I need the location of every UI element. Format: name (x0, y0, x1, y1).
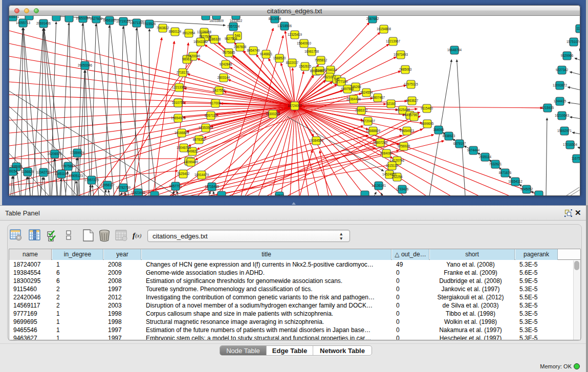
svg-text:8322037: 8322037 (286, 61, 299, 64)
svg-text:8912954: 8912954 (183, 31, 195, 35)
svg-text:9242848: 9242848 (220, 62, 232, 66)
svg-text:17016504: 17016504 (563, 143, 578, 146)
svg-text:18724007: 18724007 (288, 104, 302, 107)
svg-text:549822: 549822 (187, 149, 198, 153)
svg-text:14495796: 14495796 (403, 113, 418, 117)
svg-text:9084067: 9084067 (380, 151, 393, 155)
svg-text:62160: 62160 (386, 102, 396, 105)
svg-text:12213967: 12213967 (386, 39, 401, 43)
svg-text:6699695: 6699695 (421, 122, 434, 125)
svg-text:164095: 164095 (433, 128, 444, 132)
svg-text:2367608: 2367608 (234, 45, 247, 49)
svg-text:2635061: 2635061 (10, 165, 23, 168)
svg-text:7357224: 7357224 (227, 25, 240, 28)
svg-text:9115460: 9115460 (421, 106, 433, 110)
svg-text:16961758: 16961758 (304, 50, 319, 53)
svg-text:2935114: 2935114 (479, 155, 492, 159)
svg-text:12342737: 12342737 (36, 170, 51, 174)
svg-text:9463627: 9463627 (406, 99, 419, 102)
svg-text:6794024: 6794024 (324, 68, 337, 72)
svg-text:7625402: 7625402 (177, 172, 190, 176)
svg-text:1562615: 1562615 (299, 64, 312, 68)
svg-text:19654925: 19654925 (171, 116, 186, 120)
svg-text:8427552: 8427552 (213, 89, 226, 92)
svg-text:10654112: 10654112 (508, 180, 522, 183)
svg-text:2803144: 2803144 (217, 76, 230, 79)
svg-text:7485063: 7485063 (399, 68, 412, 71)
svg-text:9474444: 9474444 (467, 148, 480, 152)
svg-text:15751074: 15751074 (567, 40, 580, 43)
svg-text:7632621: 7632621 (489, 162, 502, 166)
svg-text:19975887: 19975887 (61, 164, 76, 168)
svg-text:1527602: 1527602 (90, 17, 103, 20)
svg-text:116753: 116753 (572, 157, 580, 160)
svg-text:15720407: 15720407 (361, 119, 376, 123)
svg-text:6466160: 6466160 (103, 18, 116, 22)
svg-text:20206576: 20206576 (48, 152, 62, 156)
svg-text:20691406: 20691406 (36, 21, 51, 25)
svg-text:8960124: 8960124 (169, 30, 182, 33)
svg-text:1405571: 1405571 (9, 16, 19, 18)
svg-text:(x): (x) (136, 233, 142, 239)
svg-text:12353594: 12353594 (199, 126, 213, 129)
svg-text:8186328: 8186328 (208, 37, 221, 41)
svg-text:1615132: 1615132 (386, 164, 399, 167)
svg-text:16154808: 16154808 (377, 27, 391, 31)
svg-text:1633822: 1633822 (230, 19, 243, 23)
svg-text:10958117: 10958117 (100, 183, 115, 187)
svg-text:10671355: 10671355 (129, 21, 144, 25)
svg-text:11923446: 11923446 (131, 191, 145, 194)
svg-text:14136141: 14136141 (372, 184, 386, 187)
svg-text:8878352: 8878352 (193, 138, 206, 141)
svg-text:1156829: 1156829 (21, 170, 34, 173)
svg-text:9146821: 9146821 (260, 52, 273, 56)
svg-text:2087682: 2087682 (366, 17, 379, 20)
svg-text:16914479: 16914479 (194, 173, 209, 177)
svg-text:7955812: 7955812 (315, 58, 328, 62)
svg-text:39154: 39154 (9, 169, 17, 173)
svg-text:15692971: 15692971 (557, 129, 572, 133)
svg-text:12905123: 12905123 (69, 174, 83, 178)
svg-text:9675685: 9675685 (223, 51, 235, 54)
svg-text:18807249: 18807249 (373, 141, 388, 144)
svg-text:2718176: 2718176 (177, 71, 189, 74)
svg-text:8454749: 8454749 (247, 49, 260, 52)
svg-text:17359924: 17359924 (70, 151, 85, 155)
svg-text:13218506: 13218506 (277, 24, 292, 28)
svg-text:31448: 31448 (315, 69, 324, 72)
svg-text:8267110: 8267110 (205, 114, 217, 117)
svg-text:1588520: 1588520 (273, 56, 286, 60)
svg-text:16210643: 16210643 (555, 114, 570, 117)
svg-text:8813054: 8813054 (269, 17, 281, 20)
svg-text:8938923: 8938923 (443, 134, 455, 138)
svg-text:546: 546 (235, 34, 241, 37)
svg-text:26053346: 26053346 (78, 63, 93, 67)
svg-text:10046766: 10046766 (177, 146, 191, 149)
svg-text:9756928: 9756928 (398, 144, 410, 148)
svg-text:1244415: 1244415 (554, 99, 567, 103)
svg-text:10973493: 10973493 (394, 53, 408, 56)
svg-text:252254: 252254 (391, 175, 403, 179)
svg-text:9457791: 9457791 (169, 184, 182, 188)
svg-text:8215935: 8215935 (541, 106, 554, 110)
svg-text:15716485: 15716485 (205, 185, 220, 188)
svg-text:19384554: 19384554 (309, 139, 324, 142)
svg-text:9827508: 9827508 (225, 37, 237, 40)
svg-text:16543382: 16543382 (193, 40, 208, 43)
svg-text:14099489: 14099489 (184, 160, 199, 164)
svg-text:10688609: 10688609 (366, 129, 381, 133)
svg-text:7663822: 7663822 (157, 26, 169, 30)
svg-text:14055713: 14055713 (16, 21, 31, 25)
svg-text:19654923: 19654923 (400, 129, 415, 133)
svg-text:19166825: 19166825 (175, 131, 189, 135)
svg-text:17957225: 17957225 (84, 178, 99, 182)
svg-text:1010755: 1010755 (172, 101, 185, 104)
svg-text:8471676: 8471676 (499, 171, 512, 174)
svg-text:14120746: 14120746 (390, 159, 405, 162)
svg-text:11451194: 11451194 (54, 172, 69, 176)
svg-text:16033809: 16033809 (209, 19, 224, 23)
svg-text:20364436: 20364436 (346, 97, 361, 101)
svg-text:9329966: 9329966 (561, 54, 574, 57)
svg-text:10807467: 10807467 (371, 96, 385, 99)
svg-text:10719155: 10719155 (116, 19, 131, 23)
